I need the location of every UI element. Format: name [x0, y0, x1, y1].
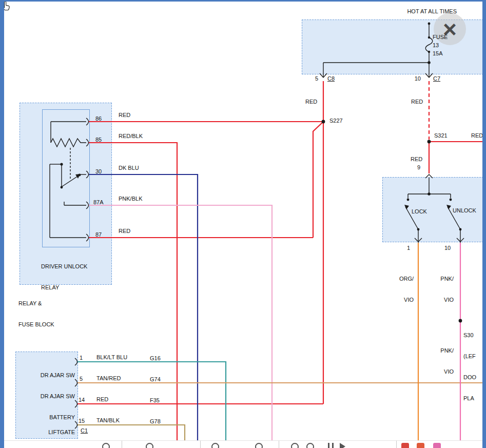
wire-pnk-vio-lower-label: PNK/ VIO [435, 334, 454, 389]
relay-circuit [50, 118, 89, 241]
forward-icon[interactable] [340, 443, 345, 448]
toolbar-divider [200, 441, 201, 448]
c7-pin-label: 10 [408, 75, 421, 82]
wire-red-label-c8: RED [305, 99, 317, 105]
unlock-label: UNLOCK [453, 207, 476, 214]
toolbar-divider [396, 441, 397, 448]
toolbar-divider [122, 441, 122, 448]
c1-row-1-wire: BLK/LT BLU [96, 354, 127, 361]
c1-row-3-wire: RED [96, 396, 108, 403]
pan-icon[interactable] [291, 443, 299, 448]
relay-pin-87-label: 87 [95, 231, 102, 238]
wire-red-label-right: RED [471, 132, 483, 139]
c1-connector-link[interactable]: C1 [81, 427, 88, 434]
lock-pin-10-label: 10 [444, 245, 451, 251]
marker-orange-icon[interactable] [417, 443, 424, 448]
lock-pin-1-label: 1 [407, 245, 410, 251]
zoom-in-icon[interactable] [102, 443, 110, 448]
relay-pin-85-label: 85 [95, 137, 102, 143]
c1-row-2-wire: TAN/RED [96, 375, 121, 382]
c1-row-1-pin: 1 [80, 355, 83, 361]
c1-connector-pins [75, 358, 77, 428]
relay-pin-87a-label: 87A [93, 199, 104, 206]
marker-red-icon[interactable] [401, 443, 409, 448]
relay-wire-85-label: RED/BLK [119, 133, 143, 140]
splice-s227-label: S227 [329, 118, 343, 124]
toolbar-divider [279, 441, 279, 448]
pause-icon[interactable] [328, 443, 334, 448]
c8-connector-link[interactable]: C8 [327, 75, 335, 82]
hot-at-all-times-label: HOT AT ALL TIMES [398, 8, 457, 15]
relay-wire-87-label: RED [119, 228, 130, 235]
lock-entry-pin-label: 9 [417, 164, 420, 171]
wiring-diagram-viewer: × HOT AT ALL TIMES FUSE 13 15A 5 C8 10 C… [0, 0, 486, 448]
wire-pnk-vio-upper-label: PNK/ VIO [435, 262, 454, 317]
wire-red-label-c7: RED [411, 99, 423, 105]
c1-row-2-pin: 5 [80, 376, 83, 382]
c1-row-3-code: F35 [150, 397, 160, 404]
relay-pin-30-label: 30 [95, 168, 102, 175]
relay-fuse-block-title: RELAY & FUSE BLOCK [18, 286, 54, 342]
zoom-out-icon[interactable] [146, 443, 153, 448]
c1-row-1-code: G16 [150, 355, 161, 362]
c8-pin-label: 5 [305, 75, 318, 82]
refresh-icon[interactable] [306, 443, 314, 448]
top-border-bar [0, 0, 486, 2]
c1-row-4-wire: TAN/BLK [96, 417, 120, 424]
marker-pink-icon[interactable] [433, 443, 441, 448]
wire-red-label-down: RED [411, 156, 422, 163]
relay-wire-86-label: RED [119, 112, 130, 119]
adjust-icon[interactable] [211, 443, 219, 448]
fuse-name-label: FUSE [433, 34, 448, 41]
fuse-number-label: 13 [433, 42, 439, 49]
left-border-bar [0, 0, 4, 448]
lock-label: LOCK [412, 208, 427, 215]
bottom-toolbar [4, 440, 482, 448]
c1-row-4-pin: 15 [79, 418, 85, 424]
splice-s30x-label: S30 (LEF DOO PLA [463, 318, 476, 416]
relay-pin-86-label: 86 [95, 115, 102, 122]
splice-s321-label: S321 [434, 132, 448, 139]
right-border-bar [482, 0, 486, 448]
c1-row-2-code: G74 [150, 376, 161, 383]
c1-row-3-pin: 14 [79, 397, 85, 403]
c7-connector-link[interactable]: C7 [433, 75, 440, 82]
c1-row-4-code: G78 [150, 418, 161, 425]
rotate-icon[interactable] [255, 443, 263, 448]
relay-wire-87a-label: PNK/BLK [119, 196, 142, 202]
fuse-rating-label: 15A [433, 50, 443, 57]
wire-org-vio-label: ORG/ VIO [395, 262, 414, 317]
relay-wire-30-label: DK BLU [119, 165, 139, 171]
fuse-circuit [320, 23, 433, 77]
